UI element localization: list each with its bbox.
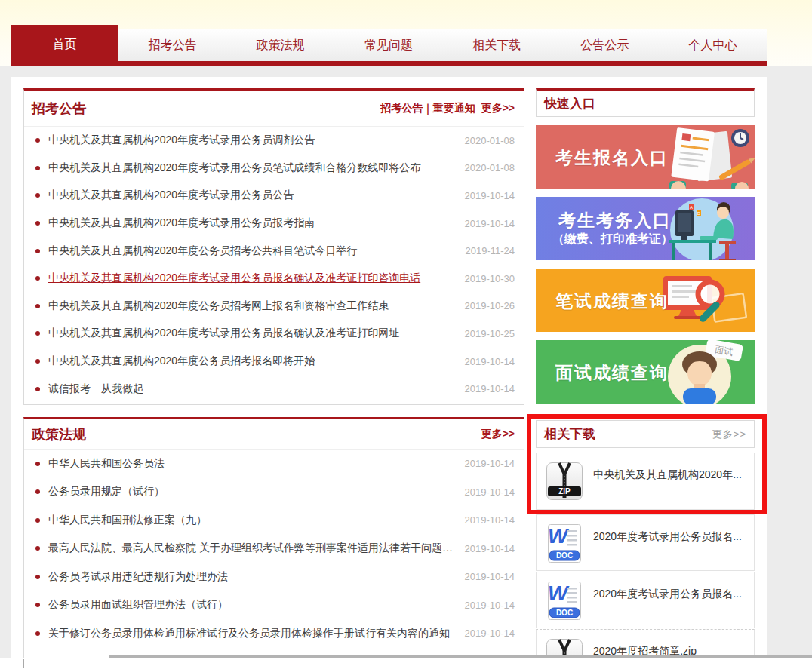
bullet-icon	[35, 331, 40, 336]
list-item: 中央机关及其直属机构2020年度考试录用公务员笔试成绩和合格分数线即将公布202…	[32, 155, 515, 183]
tab-policies[interactable]: 政策法规	[226, 29, 334, 61]
list-item: 最高人民法院、最高人民检察院 关于办理组织考试作弊等刑事案件适用法律若干问题的解…	[32, 535, 515, 563]
policies-more-link[interactable]: 更多>>	[481, 428, 515, 441]
svg-text:B: B	[697, 211, 700, 216]
bullet-icon	[35, 462, 40, 466]
policy-link[interactable]: 公务员考试录用违纪违规行为处理办法	[48, 570, 456, 584]
svg-text:ZIP: ZIP	[558, 487, 571, 496]
quick-entry-title: 快速入口	[544, 95, 595, 112]
policy-link[interactable]: 中华人民共和国刑法修正案（九）	[48, 514, 456, 527]
list-item: 公务员考试录用违纪违规行为处理办法2019-10-14	[32, 563, 515, 591]
tab-announcements[interactable]: 招考公告	[118, 29, 226, 61]
exam-affairs-entry-banner[interactable]: A B 考生考务入口 （缴费、打印准考证）	[536, 197, 755, 260]
item-date: 2019-10-14	[465, 571, 515, 582]
item-date: 2019-10-14	[465, 514, 515, 526]
zip-file-icon: ZIP	[546, 462, 583, 502]
policies-header: 政策法规 更多>>	[24, 419, 524, 450]
svg-text:DOC: DOC	[556, 551, 573, 560]
list-item: 中央机关及其直属机构2020年度公务员招考网上报名和资格审查工作结束2019-1…	[32, 293, 515, 321]
exam-affairs-entry-sublabel: （缴费、打印准考证）	[552, 232, 673, 247]
announcements-cat-link[interactable]: 招考公告	[380, 102, 423, 114]
item-date: 2019-10-14	[465, 190, 515, 201]
announcements-more-link[interactable]: 更多>>	[481, 102, 515, 114]
list-item: 中央机关及其直属机构2020年度公务员招考报名即将开始2019-10-14	[32, 348, 515, 376]
announcement-link[interactable]: 中央机关及其直属机构2020年度考试录用公务员报考指南	[48, 216, 456, 230]
bullet-icon	[35, 193, 40, 198]
policy-link[interactable]: 最高人民法院、最高人民检察院 关于办理组织考试作弊等刑事案件适用法律若干问题的解…	[48, 542, 456, 555]
download-item-doc[interactable]: W DOC 2020年度考试录用公务员报名...	[536, 572, 755, 628]
item-date: 2020-01-08	[465, 162, 515, 173]
nav-red-strip	[11, 61, 767, 66]
announcement-link[interactable]: 中央机关及其直属机构2020年度公务员招考网上报名和资格审查工作结束	[48, 299, 456, 313]
announcement-link[interactable]: 中央机关及其直属机构2020年度公务员招考公共科目笔试今日举行	[48, 244, 456, 258]
announcement-link[interactable]: 中央机关及其直属机构2020年度考试录用公务员报名确认及准考证打印网址	[48, 327, 456, 340]
list-item: 中央机关及其直属机构2020年度考试录用公务员报名确认及准考证打印网址2019-…	[32, 320, 515, 348]
tab-public-notice[interactable]: 公告公示	[551, 29, 659, 61]
policy-link[interactable]: 关于修订公务员录用体检通用标准试行及公务员录用体检操作手册试行有关内容的通知	[48, 627, 456, 640]
item-date: 2019-11-24	[465, 245, 515, 256]
portal-page: 首页 招考公告 政策法规 常见问题 相关下载 公告公示 个人中心 招考公告 招考…	[0, 0, 812, 669]
horizontal-scrollbar[interactable]	[109, 655, 812, 658]
written-score-banner[interactable]: 笔试成绩查询	[536, 269, 755, 332]
bullet-icon	[35, 489, 40, 494]
bullet-icon	[35, 276, 40, 281]
announcements-panel: 招考公告 招考公告｜重要通知 更多>> 中央机关及其直属机构2020年度考试录用…	[23, 88, 524, 405]
bullet-icon	[35, 387, 40, 391]
list-item: 中央机关及其直属机构2020年度考试录用公务员公告2019-10-14	[32, 182, 515, 210]
tab-downloads[interactable]: 相关下载	[443, 29, 551, 61]
download-file-name: 2020年度考试录用公务员报名...	[593, 588, 742, 601]
download-item-zip[interactable]: ZIP 2020年度招考简章.zip	[536, 629, 755, 658]
list-item: 中华人民共和国公务员法2019-10-14	[32, 450, 515, 478]
item-date: 2019-10-14	[465, 628, 515, 639]
tab-personal-center[interactable]: 个人中心	[659, 29, 767, 61]
announcements-header-links: 招考公告｜重要通知 更多>>	[380, 102, 515, 115]
announcement-link[interactable]: 中央机关及其直属机构2020年度公务员招考报名即将开始	[48, 354, 456, 368]
announcement-link[interactable]: 中央机关及其直属机构2020年度考试录用公务员笔试成绩和合格分数线即将公布	[48, 161, 456, 175]
list-item: 中央机关及其直属机构2020年度公务员招考公共科目笔试今日举行2019-11-2…	[32, 237, 515, 265]
item-date: 2019-10-30	[465, 273, 515, 284]
list-item: 中央机关及其直属机构2020年度考试录用公务员报名确认及准考证打印咨询电话201…	[32, 265, 515, 293]
download-item-zip[interactable]: ZIP 中央机关及其直属机构2020年...	[536, 453, 755, 510]
list-item: 关于修订公务员录用体检通用标准试行及公务员录用体检操作手册试行有关内容的通知20…	[32, 619, 515, 648]
tab-faq[interactable]: 常见问题	[334, 29, 442, 61]
policy-link[interactable]: 中华人民共和国公务员法	[48, 457, 456, 471]
item-date: 2019-10-14	[465, 383, 515, 394]
item-date: 2019-10-14	[465, 600, 515, 611]
bullet-icon	[35, 575, 40, 579]
quick-entry-header: 快速入口	[536, 88, 755, 117]
policy-link[interactable]: 公务员录用规定（试行）	[48, 485, 456, 499]
downloads-more-link[interactable]: 更多>>	[712, 428, 746, 441]
policies-panel: 政策法规 更多>> 中华人民共和国公务员法2019-10-14 公务员录用规定（…	[23, 417, 524, 658]
important-notice-link[interactable]: 重要通知	[433, 102, 475, 114]
svg-text:W: W	[548, 582, 570, 605]
bullet-icon	[35, 631, 40, 636]
policy-link[interactable]: 公务员录用面试组织管理办法（试行）	[48, 598, 456, 612]
list-item: 中华人民共和国刑法修正案（九）2019-10-14	[32, 506, 515, 535]
announcement-link-highlighted[interactable]: 中央机关及其直属机构2020年度考试录用公务员报名确认及准考证打印咨询电话	[48, 272, 456, 285]
item-date: 2019-10-14	[465, 486, 515, 498]
interview-score-banner[interactable]: 面试 面试成绩查询	[536, 340, 755, 404]
content-area: 招考公告 招考公告｜重要通知 更多>> 中央机关及其直属机构2020年度考试录用…	[11, 77, 767, 658]
announcement-link[interactable]: 中央机关及其直属机构2020年度考试录用公务员调剂公告	[48, 133, 456, 147]
bullet-icon	[35, 304, 40, 308]
registration-entry-label: 考生报名入口	[555, 146, 669, 170]
tab-home[interactable]: 首页	[11, 25, 118, 61]
list-item: 公务员录用规定（试行）2019-10-14	[32, 478, 515, 507]
bullet-icon	[35, 249, 40, 253]
announcements-list: 中央机关及其直属机构2020年度考试录用公务员调剂公告2020-01-08 中央…	[24, 127, 524, 403]
item-date: 2020-01-08	[465, 135, 515, 146]
download-item-doc[interactable]: W DOC 2020年度考试录用公务员报名...	[536, 514, 755, 571]
link-separator: ｜	[423, 102, 433, 114]
bullet-icon	[35, 359, 40, 364]
announcement-link[interactable]: 中央机关及其直属机构2020年度考试录用公务员公告	[48, 189, 456, 202]
downloads-title: 相关下载	[544, 425, 595, 443]
registration-entry-banner[interactable]: 考生报名入口	[536, 125, 755, 189]
policies-list: 中华人民共和国公务员法2019-10-14 公务员录用规定（试行）2019-10…	[24, 450, 524, 648]
item-date: 2019-10-14	[465, 218, 515, 229]
written-score-label: 笔试成绩查询	[555, 290, 669, 313]
bottom-white-strip	[0, 658, 812, 669]
list-item: 中央机关及其直属机构2020年度考试录用公务员报考指南2019-10-14	[32, 210, 515, 238]
bullet-icon	[35, 138, 40, 143]
announcement-link[interactable]: 诚信报考 从我做起	[48, 382, 456, 396]
bullet-icon	[35, 221, 40, 226]
